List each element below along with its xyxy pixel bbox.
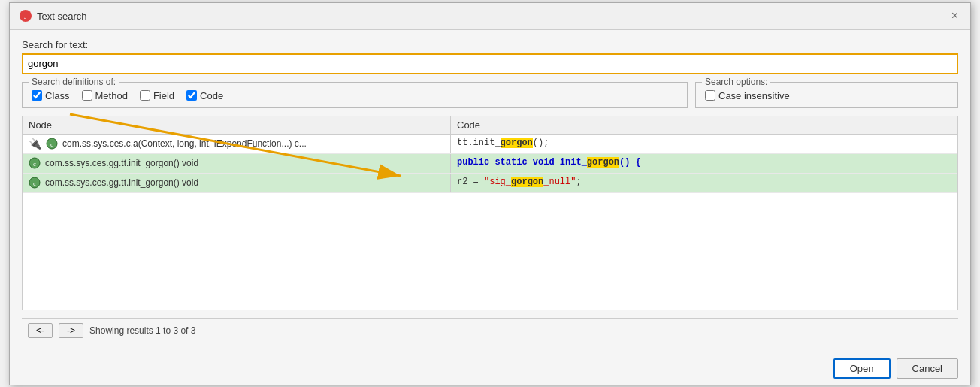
search-options-checkboxes: Case insensitive bbox=[705, 87, 948, 101]
code-column-header: Code bbox=[451, 116, 957, 134]
search-options-group: Search options: Case insensitive bbox=[695, 82, 958, 108]
class-checkbox[interactable] bbox=[32, 90, 42, 101]
class-icon-2: c bbox=[29, 157, 41, 169]
svg-text:c: c bbox=[33, 180, 36, 187]
search-input[interactable] bbox=[22, 53, 958, 74]
status-bar: <- -> Showing results 1 to 3 of 3 bbox=[22, 318, 958, 343]
class-icon-3: c bbox=[29, 177, 41, 189]
table-row[interactable]: 🔌 c com.ss.sys.ces.c.a(Context, long, in… bbox=[23, 135, 957, 154]
app-icon: J bbox=[19, 9, 32, 23]
titlebar: J Text search × bbox=[10, 3, 970, 30]
cancel-button[interactable]: Cancel bbox=[897, 358, 958, 379]
close-button[interactable]: × bbox=[948, 8, 961, 23]
table-row[interactable]: c com.ss.sys.ces.gg.tt.init_gorgon() voi… bbox=[23, 174, 957, 193]
code-checkbox[interactable] bbox=[186, 90, 197, 101]
result-code-3: r2 = "sig_gorgon_null"; bbox=[451, 174, 957, 192]
result-code-1: tt.init_gorgon(); bbox=[451, 135, 957, 153]
case-insensitive-checkbox-item[interactable]: Case insensitive bbox=[705, 90, 790, 101]
text-search-dialog: J Text search × Search for text: Search … bbox=[9, 2, 971, 385]
method-checkbox-item[interactable]: Method bbox=[82, 90, 128, 101]
search-definitions-group: Search definitions of: Class Method Fiel… bbox=[22, 82, 688, 108]
result-node-2: c com.ss.sys.ces.gg.tt.init_gorgon() voi… bbox=[23, 154, 451, 173]
svg-text:J: J bbox=[24, 12, 27, 20]
field-checkbox-item[interactable]: Field bbox=[140, 90, 174, 101]
dialog-body: Search for text: Search definitions of: … bbox=[10, 30, 970, 352]
code-checkbox-item[interactable]: Code bbox=[186, 90, 223, 101]
table-row[interactable]: c com.ss.sys.ces.gg.tt.init_gorgon() voi… bbox=[23, 154, 957, 174]
search-row: Search for text: bbox=[22, 39, 958, 74]
prev-button[interactable]: <- bbox=[28, 323, 53, 338]
class-icon-1: c bbox=[46, 138, 58, 150]
field-checkbox[interactable] bbox=[140, 90, 150, 101]
svg-text:c: c bbox=[33, 160, 36, 168]
status-text: Showing results 1 to 3 of 3 bbox=[89, 325, 195, 336]
dialog-title: Text search bbox=[37, 11, 86, 22]
svg-text:c: c bbox=[50, 141, 53, 148]
search-options-legend: Search options: bbox=[702, 77, 770, 87]
options-row: Search definitions of: Class Method Fiel… bbox=[22, 82, 958, 108]
case-insensitive-checkbox[interactable] bbox=[705, 90, 715, 101]
results-header: Node Code bbox=[23, 116, 957, 135]
search-definitions-legend: Search definitions of: bbox=[29, 77, 119, 87]
search-label: Search for text: bbox=[22, 39, 958, 50]
method-label: Method bbox=[95, 90, 128, 101]
node-column-header: Node bbox=[23, 116, 451, 134]
open-button[interactable]: Open bbox=[833, 358, 891, 379]
titlebar-left: J Text search bbox=[19, 9, 86, 23]
results-body: 🔌 c com.ss.sys.ces.c.a(Context, long, in… bbox=[23, 135, 957, 310]
class-label: Class bbox=[45, 90, 70, 101]
method-checkbox[interactable] bbox=[82, 90, 92, 101]
next-button[interactable]: -> bbox=[59, 323, 83, 338]
code-label: Code bbox=[200, 90, 223, 101]
result-code-2: public static void init_gorgon() { bbox=[451, 154, 957, 173]
result-node-1: 🔌 c com.ss.sys.ces.c.a(Context, long, in… bbox=[23, 135, 451, 153]
case-insensitive-label: Case insensitive bbox=[718, 90, 790, 101]
field-label: Field bbox=[153, 90, 174, 101]
class-checkbox-item[interactable]: Class bbox=[32, 90, 70, 101]
dialog-footer: Open Cancel bbox=[10, 352, 970, 385]
results-area: Node Code 🔌 c com.ss.sys.ces.c.a(Context… bbox=[22, 116, 958, 310]
search-definitions-checkboxes: Class Method Field Code bbox=[32, 87, 678, 101]
node-icon-1: 🔌 bbox=[29, 138, 41, 150]
result-node-3: c com.ss.sys.ces.gg.tt.init_gorgon() voi… bbox=[23, 174, 451, 192]
